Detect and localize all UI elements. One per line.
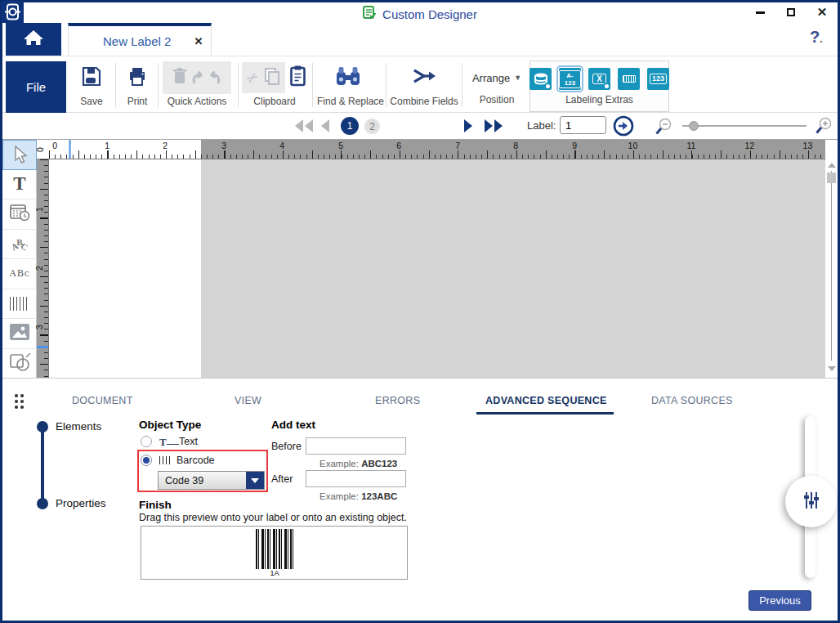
clipboard-group: ✂ Clipboard [243, 61, 306, 110]
minimize-button[interactable] [751, 5, 769, 20]
after-example: Example: 123ABC [319, 491, 397, 501]
shape-tool[interactable] [2, 349, 37, 379]
tab-document[interactable]: DOCUMENT [72, 395, 133, 406]
maximize-button[interactable] [782, 5, 800, 20]
before-example: Example: ABC123 [319, 459, 397, 468]
document-tab[interactable]: New Label 2 ✕ [68, 23, 212, 56]
sequence-a123-icon[interactable]: A-123 [559, 68, 581, 90]
after-input[interactable] [306, 470, 406, 487]
last-page-button[interactable] [483, 119, 504, 137]
zoom-in-icon[interactable] [814, 116, 833, 139]
arrange-dropdown[interactable]: Arrange ▼ [467, 63, 527, 92]
position-group: Arrange ▼ Position [467, 61, 527, 110]
text-tool-icon: T [13, 173, 25, 195]
dropdown-arrow-icon[interactable] [246, 472, 264, 489]
barcode-icon [10, 297, 29, 311]
text-radio[interactable] [141, 436, 152, 447]
zoom-slider-track[interactable] [682, 125, 806, 127]
cursor-position-marker-h [69, 140, 71, 159]
tab-bar: New Label 2 ✕ ?. [2, 23, 838, 56]
abc-icon: ABᴄ [9, 267, 29, 280]
label-number-input[interactable] [560, 116, 606, 134]
number-123-icon[interactable]: 123 [647, 68, 669, 90]
step-properties-dot [37, 498, 48, 509]
tab-view[interactable]: VIEW [235, 395, 261, 406]
panel-grip-handle[interactable] [15, 394, 24, 409]
save-button[interactable]: Save [71, 61, 112, 110]
scrollbar-thumb[interactable] [827, 173, 836, 183]
stepper-line [41, 430, 44, 504]
vertical-scrollbar [825, 140, 838, 378]
find-replace-button[interactable]: Find & Replace [317, 61, 379, 110]
binoculars-icon [335, 65, 361, 90]
label-canvas[interactable] [49, 159, 201, 378]
text-option-icon: T [159, 434, 179, 449]
text-option-label: Text [179, 436, 198, 447]
text-tool[interactable]: T [2, 170, 37, 200]
pointer-tool[interactable] [2, 140, 37, 170]
app-window: Custom Designer ✕ New Label 2 ✕ ?. File [0, 0, 840, 623]
arc-text-tool[interactable]: ABC [2, 230, 37, 260]
next-page-button[interactable] [462, 119, 474, 137]
labeling-extras-group: A-123 X 123 Labeling Extras [529, 61, 669, 112]
label-caption: Label: [527, 119, 556, 132]
first-page-button[interactable] [293, 119, 315, 137]
barcode-type-select[interactable]: Code 39 [158, 471, 265, 490]
tab-data-sources[interactable]: DATA SOURCES [651, 395, 733, 406]
window-title: Custom Designer [382, 7, 477, 21]
tab-errors[interactable]: ERRORS [375, 395, 420, 406]
quick-actions-group: Quick Actions [163, 61, 231, 110]
date-time-tool[interactable] [2, 199, 37, 230]
combine-fields-button[interactable]: Combine Fields [390, 61, 458, 110]
add-text-title: Add text [271, 419, 315, 431]
home-tab[interactable] [6, 23, 61, 56]
print-icon [127, 66, 147, 90]
barcode-preview-image[interactable] [256, 529, 293, 569]
design-workspace: T ABC ABᴄ 0 [2, 139, 838, 378]
text-box-tool[interactable]: ABᴄ [2, 259, 37, 289]
undo-icon[interactable] [191, 68, 204, 87]
app-logo-icon [363, 6, 377, 23]
bottom-panel: DOCUMENT VIEW ERRORS ADVANCED SEQUENCE D… [2, 378, 838, 621]
previous-page-button[interactable] [319, 119, 331, 137]
object-type-title: Object Type [139, 419, 201, 431]
page-1-button[interactable]: 1 [341, 117, 359, 135]
tab-advanced-sequence[interactable]: ADVANCED SEQUENCE [485, 395, 607, 406]
zoom-slider-thumb[interactable] [689, 121, 699, 131]
print-button[interactable]: Print [118, 61, 156, 110]
cut-icon[interactable]: ✂ [244, 67, 263, 87]
barcode-preview-text: 1A [256, 569, 293, 577]
title-bar: Custom Designer ✕ [2, 2, 838, 23]
copy-icon[interactable] [264, 67, 280, 88]
barcode-radio[interactable] [141, 455, 152, 466]
scroll-up-arrow[interactable] [828, 163, 836, 168]
chevron-down-icon: ▼ [514, 74, 521, 82]
sliders-icon [802, 491, 821, 513]
picture-tool[interactable] [2, 319, 37, 349]
ribbon-toolbar: File Save Print Quick Actions [2, 56, 838, 113]
page-navigation-bar: 1 2 Label: [2, 114, 838, 138]
step-properties-label: Properties [56, 497, 106, 509]
barcode-tool[interactable] [2, 289, 37, 320]
paste-icon[interactable] [289, 65, 307, 91]
previous-button[interactable]: Previous [748, 590, 811, 611]
help-button[interactable]: ?. [810, 28, 823, 47]
zoom-out-icon[interactable] [654, 117, 673, 140]
barcode-option-icon [159, 456, 172, 464]
side-panel-toggle[interactable] [785, 476, 837, 527]
go-to-label-button[interactable] [613, 115, 634, 140]
page-2-button[interactable]: 2 [364, 119, 380, 134]
scroll-down-arrow[interactable] [828, 366, 836, 371]
close-tab-icon[interactable]: ✕ [194, 35, 203, 47]
remove-sequence-icon[interactable]: X [588, 68, 610, 90]
delete-icon[interactable] [172, 67, 187, 88]
barcode-preview-box[interactable]: 1A [141, 526, 408, 580]
barcode-extra-icon[interactable] [618, 68, 640, 90]
redo-icon[interactable] [208, 68, 221, 87]
app-icon [2, 1, 24, 23]
data-source-icon[interactable] [529, 68, 552, 90]
close-window-button[interactable]: ✕ [813, 5, 831, 20]
file-button[interactable]: File [6, 61, 66, 113]
before-input[interactable] [306, 437, 406, 455]
finish-instruction: Drag this preview onto your label or ont… [139, 512, 407, 523]
